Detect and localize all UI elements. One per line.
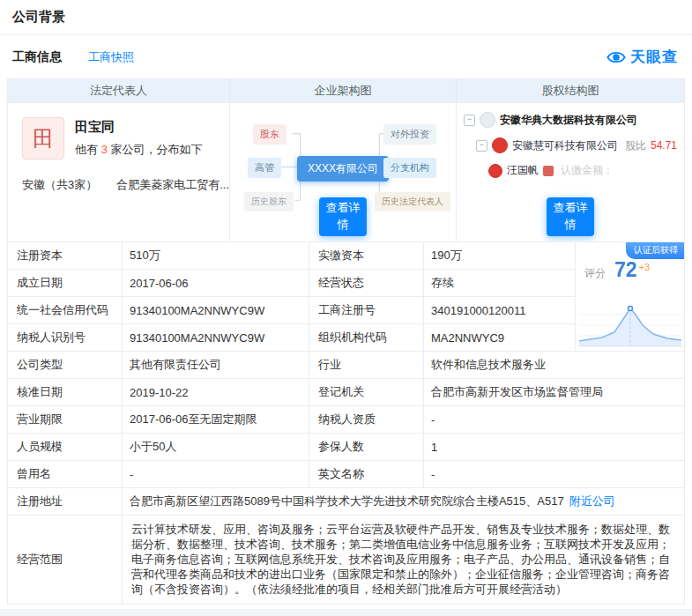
equity-root-row: − 安徽华典大数据科技有限公司 — [464, 112, 677, 128]
legal-rep-name[interactable]: 田宝同 — [75, 119, 202, 136]
info-value: 小于50人 — [123, 434, 309, 461]
info-label: 登记机关 — [309, 379, 424, 406]
org-node-shareholder[interactable]: 股东 — [253, 124, 286, 145]
page-header: 公司背景 — [0, 0, 692, 35]
info-value: 其他有限责任公司 — [123, 352, 309, 379]
brand-name: 天眼查 — [630, 47, 678, 67]
legal-rep-cell: 田 田宝同 他有 3 家公司，分布如下 安徽（共3家） 合肥美菱家电工贸有...… — [8, 103, 230, 242]
brand-logo: 天眼查 — [606, 47, 678, 67]
certification-badge[interactable]: 认证后获得 — [626, 242, 684, 259]
legal-rep-summary: 田 田宝同 他有 3 家公司，分布如下 — [22, 117, 215, 160]
address-value: 合肥市高新区望江西路5089号中国科学技术大学先进技术研究院综合主楼A515、A… — [130, 494, 564, 509]
info-value: MA2NNWYC9 — [424, 324, 576, 352]
equity-tree: − 安徽华典大数据科技有限公司 − 安徽慧可科技有限公司 股比 54.71% 认… — [457, 103, 684, 197]
info-value: 2019-10-22 — [123, 379, 309, 406]
tianyancha-eye-icon — [606, 48, 626, 67]
org-chart-cell: 股东 高管 历史股东 XXXX有限公司 对外投资 分支机构 历史法定代表人 查看… — [230, 103, 457, 242]
page-title: 公司背景 — [12, 9, 65, 26]
equity-chart-cell: − 安徽华典大数据科技有限公司 − 安徽慧可科技有限公司 股比 54.71% 认… — [457, 103, 684, 242]
info-label: 人员规模 — [8, 434, 123, 461]
org-chart-detail-button[interactable]: 查看详情 — [319, 197, 367, 236]
score-value: 72 — [614, 260, 637, 280]
info-label: 公司类型 — [8, 352, 123, 379]
tab-business-info[interactable]: 工商信息 — [12, 49, 62, 65]
info-label: 实缴资本 — [309, 242, 424, 270]
column-header-org-chart: 企业架构图 — [230, 79, 457, 103]
info-label: 组织机构代码 — [309, 324, 424, 352]
business-info-table: 法定代表人 企业架构图 股权结构图 田 田宝同 他有 3 家公司，分布如下 安徽… — [7, 78, 685, 605]
amount-label: 认缴金额： — [561, 163, 614, 178]
legal-rep-company-link[interactable]: 合肥美菱家电工贸有... — [116, 177, 229, 193]
org-node-investment[interactable]: 对外投资 — [383, 124, 436, 145]
info-value: 存续 — [424, 270, 576, 297]
table-header-row: 法定代表人 企业架构图 股权结构图 — [8, 79, 684, 103]
legal-rep-region: 安徽（共3家） — [22, 177, 97, 193]
nearby-companies-link[interactable]: 附近公司 — [569, 494, 615, 509]
company-logo-icon — [480, 112, 495, 128]
tabs-row: 工商信息 工商快照 天眼查 — [0, 35, 692, 78]
info-label: 参保人数 — [309, 434, 424, 461]
info-value: - — [424, 461, 684, 488]
collapse-icon[interactable]: − — [476, 140, 487, 152]
info-label: 成立日期 — [8, 270, 123, 297]
info-label: 曾用名 — [8, 461, 123, 488]
info-label: 注册资本 — [8, 242, 123, 270]
equity-chart-detail-button[interactable]: 查看详情 — [547, 197, 594, 236]
equity-child-row: − 安徽慧可科技有限公司 股比 54.71% 认缴金额： 279.0001万 — [476, 137, 677, 153]
tab-business-snapshot[interactable]: 工商快照 — [88, 49, 134, 65]
org-node-history-shareholder[interactable]: 历史股东 — [244, 192, 294, 212]
equity-grandchild-name[interactable]: 汪国帆 — [507, 163, 539, 178]
info-value: 91340100MA2NNWYC9W — [123, 324, 309, 352]
info-label: 英文名称 — [309, 461, 424, 488]
score-panel: 认证后获得 评分 72 +3 — [576, 242, 684, 352]
info-label: 纳税人识别号 — [8, 324, 123, 352]
info-label: 统一社会信用代码 — [8, 297, 123, 324]
info-label: 纳税人资质 — [309, 406, 424, 434]
score-delta: +3 — [639, 262, 651, 272]
info-value: 510万 — [123, 242, 309, 270]
company-count: 3 — [101, 143, 108, 156]
info-value: 91340100MA2NNWYC9W — [123, 297, 309, 324]
collapse-icon[interactable]: − — [464, 115, 475, 126]
ratio-value: 54.71% — [651, 139, 677, 152]
info-label: 行业 — [309, 352, 424, 379]
score-trend-chart — [579, 302, 681, 348]
info-value: 合肥市高新开发区市场监督管理局 — [424, 379, 684, 406]
info-value: 2017-06-06至无固定期限 — [123, 406, 309, 434]
info-grid-top: 注册资本 510万 实缴资本 190万 认证后获得 评分 72 +3 — [8, 242, 684, 352]
equity-grandchild-row: 汪国帆 认缴金额： — [488, 163, 677, 178]
org-node-company[interactable]: XXXX有限公司 — [297, 156, 389, 182]
info-label: 经营状态 — [309, 270, 424, 297]
column-header-equity-chart: 股权结构图 — [457, 79, 684, 103]
seal-stamp-icon — [543, 166, 554, 176]
scope-value: 云计算技术研发、应用、咨询及服务；云平台运营及软硬件产品开发、销售及专业技术服务… — [123, 516, 684, 604]
address-row: 注册地址 合肥市高新区望江西路5089号中国科学技术大学先进技术研究院综合主楼A… — [8, 488, 684, 516]
org-node-history-rep[interactable]: 历史法定代表人 — [375, 192, 450, 212]
info-value: 340191000120011 — [424, 297, 576, 324]
scope-row: 经营范围 云计算技术研发、应用、咨询及服务；云平台运营及软硬件产品开发、销售及专… — [8, 516, 684, 604]
legal-rep-companies: 安徽（共3家） 合肥美菱家电工贸有... 等 — [22, 177, 215, 193]
org-node-executive[interactable]: 高管 — [248, 158, 281, 178]
address-value-cell: 合肥市高新区望江西路5089号中国科学技术大学先进技术研究院综合主楼A515、A… — [123, 488, 684, 516]
info-grid-bottom: 公司类型 其他有限责任公司 行业 软件和信息技术服务业 核准日期 2019-10… — [8, 352, 684, 488]
info-value: 190万 — [424, 242, 576, 270]
info-value: 1 — [424, 434, 684, 461]
company-background-panel: 公司背景 工商信息 工商快照 天眼查 法定代表人 企业架构图 股权结构图 — [0, 0, 692, 609]
ratio-label: 股比 — [625, 138, 646, 153]
org-node-branch[interactable]: 分支机构 — [383, 158, 436, 178]
equity-child-name[interactable]: 安徽慧可科技有限公司 — [512, 138, 618, 153]
desc-suffix: 家公司，分布如下 — [108, 143, 203, 156]
info-label: 工商注册号 — [309, 297, 424, 324]
info-value: - — [424, 406, 684, 434]
company-logo-icon — [492, 137, 508, 153]
address-label: 注册地址 — [8, 488, 123, 516]
legal-rep-avatar: 田 — [22, 117, 64, 160]
desc-prefix: 他有 — [75, 143, 101, 156]
column-header-legal-rep: 法定代表人 — [8, 79, 230, 103]
info-value: 软件和信息技术服务业 — [424, 352, 684, 379]
equity-root-name[interactable]: 安徽华典大数据科技有限公司 — [500, 113, 637, 128]
table-feature-row: 田 田宝同 他有 3 家公司，分布如下 安徽（共3家） 合肥美菱家电工贸有...… — [8, 103, 684, 242]
info-label: 营业期限 — [8, 406, 123, 434]
legal-rep-description: 他有 3 家公司，分布如下 — [75, 142, 202, 158]
info-label: 核准日期 — [8, 379, 123, 406]
